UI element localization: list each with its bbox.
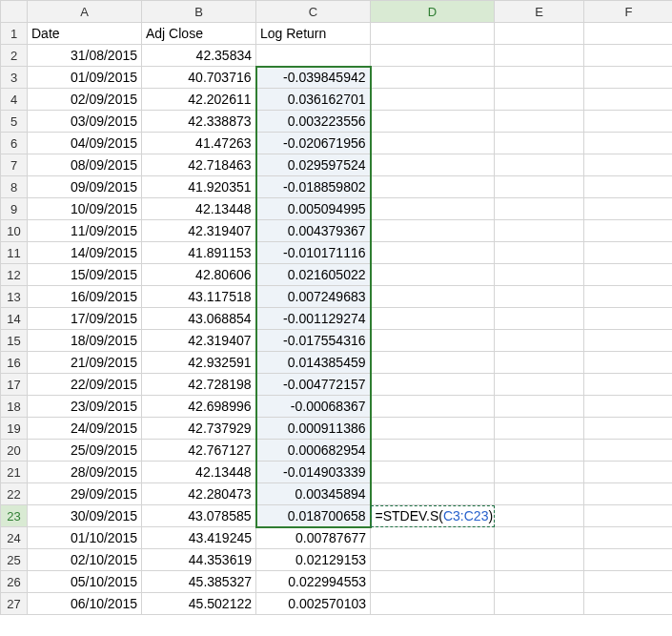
col-header-A[interactable]: A	[28, 1, 142, 23]
cell-B24[interactable]: 43.419245	[142, 527, 256, 549]
cell-C26[interactable]: 0.022994553	[256, 571, 371, 593]
row-header-8[interactable]: 8	[1, 176, 28, 198]
cell-B26[interactable]: 45.385327	[142, 571, 256, 593]
cell-F27[interactable]	[584, 593, 673, 615]
cell-A10[interactable]: 11/09/2015	[28, 220, 142, 242]
cell-A14[interactable]: 17/09/2015	[28, 308, 142, 330]
cell-E15[interactable]	[495, 330, 584, 352]
row-header-17[interactable]: 17	[1, 374, 28, 396]
cell-E2[interactable]	[495, 45, 584, 67]
cell-D8[interactable]	[371, 176, 495, 198]
cell-C11[interactable]: -0.010171116	[256, 242, 371, 264]
cell-B7[interactable]: 42.718463	[142, 154, 256, 176]
cell-A8[interactable]: 09/09/2015	[28, 176, 142, 198]
cell-A17[interactable]: 22/09/2015	[28, 374, 142, 396]
row-header-11[interactable]: 11	[1, 242, 28, 264]
row-header-25[interactable]: 25	[1, 549, 28, 571]
cell-E17[interactable]	[495, 374, 584, 396]
cell-F25[interactable]	[584, 549, 673, 571]
cell-E6[interactable]	[495, 133, 584, 154]
cell-D15[interactable]	[371, 330, 495, 352]
cell-F11[interactable]	[584, 242, 673, 264]
row-header-15[interactable]: 15	[1, 330, 28, 352]
cell-C20[interactable]: 0.000682954	[256, 440, 371, 462]
cell-E11[interactable]	[495, 242, 584, 264]
cell-D9[interactable]	[371, 198, 495, 220]
cell-B22[interactable]: 42.280473	[142, 483, 256, 505]
cell-F14[interactable]	[584, 308, 673, 330]
cell-E13[interactable]	[495, 286, 584, 308]
cell-D1[interactable]	[371, 23, 495, 45]
cell-B4[interactable]: 42.202611	[142, 89, 256, 111]
cell-C21[interactable]: -0.014903339	[256, 462, 371, 483]
cell-F24[interactable]	[584, 527, 673, 549]
cell-F15[interactable]	[584, 330, 673, 352]
cell-B17[interactable]: 42.728198	[142, 374, 256, 396]
cell-B27[interactable]: 45.502122	[142, 593, 256, 615]
cell-D14[interactable]	[371, 308, 495, 330]
cell-E7[interactable]	[495, 154, 584, 176]
cell-A9[interactable]: 10/09/2015	[28, 198, 142, 220]
row-header-18[interactable]: 18	[1, 396, 28, 418]
cell-D5[interactable]	[371, 111, 495, 133]
cell-F21[interactable]	[584, 462, 673, 483]
cell-C4[interactable]: 0.036162701	[256, 89, 371, 111]
cell-B6[interactable]: 41.47263	[142, 133, 256, 154]
cell-A1[interactable]: Date	[28, 23, 142, 45]
cell-F16[interactable]	[584, 352, 673, 374]
cell-A23[interactable]: 30/09/2015	[28, 505, 142, 527]
cell-B8[interactable]: 41.920351	[142, 176, 256, 198]
cell-C7[interactable]: 0.029597524	[256, 154, 371, 176]
cell-B14[interactable]: 43.068854	[142, 308, 256, 330]
row-header-19[interactable]: 19	[1, 418, 28, 440]
row-header-14[interactable]: 14	[1, 308, 28, 330]
cell-E5[interactable]	[495, 111, 584, 133]
cell-E3[interactable]	[495, 67, 584, 89]
cell-E10[interactable]	[495, 220, 584, 242]
cell-C14[interactable]: -0.001129274	[256, 308, 371, 330]
cell-B1[interactable]: Adj Close	[142, 23, 256, 45]
cell-E14[interactable]	[495, 308, 584, 330]
cell-A20[interactable]: 25/09/2015	[28, 440, 142, 462]
cell-A18[interactable]: 23/09/2015	[28, 396, 142, 418]
cell-B12[interactable]: 42.80606	[142, 264, 256, 286]
row-header-1[interactable]: 1	[1, 23, 28, 45]
cell-C19[interactable]: 0.000911386	[256, 418, 371, 440]
cell-F12[interactable]	[584, 264, 673, 286]
col-header-E[interactable]: E	[495, 1, 584, 23]
cell-A3[interactable]: 01/09/2015	[28, 67, 142, 89]
row-header-24[interactable]: 24	[1, 527, 28, 549]
grid[interactable]: A B C D E F 1DateAdj CloseLog Return231/…	[0, 0, 672, 615]
row-header-12[interactable]: 12	[1, 264, 28, 286]
cell-E25[interactable]	[495, 549, 584, 571]
cell-E23[interactable]	[495, 505, 584, 527]
cell-D23[interactable]: =STDEV.S(C3:C23)	[371, 505, 495, 527]
cell-E20[interactable]	[495, 440, 584, 462]
cell-D27[interactable]	[371, 593, 495, 615]
cell-F2[interactable]	[584, 45, 673, 67]
cell-A21[interactable]: 28/09/2015	[28, 462, 142, 483]
cell-A12[interactable]: 15/09/2015	[28, 264, 142, 286]
cell-C15[interactable]: -0.017554316	[256, 330, 371, 352]
cell-B9[interactable]: 42.13448	[142, 198, 256, 220]
cell-A16[interactable]: 21/09/2015	[28, 352, 142, 374]
cell-D22[interactable]	[371, 483, 495, 505]
cell-D17[interactable]	[371, 374, 495, 396]
cell-C16[interactable]: 0.014385459	[256, 352, 371, 374]
cell-D16[interactable]	[371, 352, 495, 374]
cell-D12[interactable]	[371, 264, 495, 286]
cell-C24[interactable]: 0.00787677	[256, 527, 371, 549]
cell-B11[interactable]: 41.891153	[142, 242, 256, 264]
cell-D13[interactable]	[371, 286, 495, 308]
cell-D2[interactable]	[371, 45, 495, 67]
cell-D24[interactable]	[371, 527, 495, 549]
row-header-6[interactable]: 6	[1, 133, 28, 154]
cell-D19[interactable]	[371, 418, 495, 440]
row-header-13[interactable]: 13	[1, 286, 28, 308]
cell-C8[interactable]: -0.018859802	[256, 176, 371, 198]
select-all-corner[interactable]	[1, 1, 28, 23]
cell-F18[interactable]	[584, 396, 673, 418]
row-header-10[interactable]: 10	[1, 220, 28, 242]
cell-C6[interactable]: -0.020671956	[256, 133, 371, 154]
row-header-3[interactable]: 3	[1, 67, 28, 89]
